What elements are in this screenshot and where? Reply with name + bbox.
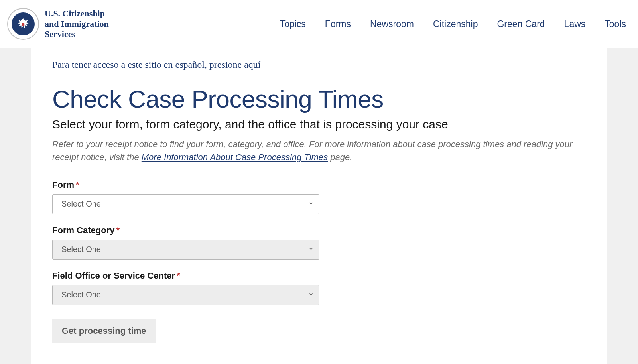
page-subtitle: Select your form, form category, and the… xyxy=(52,117,586,132)
nav-topics[interactable]: Topics xyxy=(280,19,306,30)
form-select[interactable]: Select One xyxy=(52,194,319,214)
nav-citizenship[interactable]: Citizenship xyxy=(433,19,478,30)
nav-forms[interactable]: Forms xyxy=(325,19,351,30)
office-label: Field Office or Service Center* xyxy=(52,271,180,281)
nav-tools[interactable]: Tools xyxy=(605,19,626,30)
site-header: U.S. Citizenship and Immigration Service… xyxy=(0,0,638,48)
form-group-category: Form Category* Select One xyxy=(52,225,586,260)
office-select[interactable]: Select One xyxy=(52,285,319,305)
required-asterisk: * xyxy=(177,271,180,281)
form-group-form: Form* Select One xyxy=(52,180,586,214)
intro-text-post: page. xyxy=(328,152,352,162)
nav-laws[interactable]: Laws xyxy=(564,19,586,30)
more-info-link[interactable]: More Information About Case Processing T… xyxy=(142,152,328,162)
office-label-text: Field Office or Service Center xyxy=(52,271,175,281)
nav-green-card[interactable]: Green Card xyxy=(497,19,545,30)
required-asterisk: * xyxy=(76,180,79,190)
main-content: Para tener acceso a este sitio en españo… xyxy=(31,48,607,364)
svg-rect-0 xyxy=(22,23,24,26)
nav-newsroom[interactable]: Newsroom xyxy=(370,19,414,30)
form-group-office: Field Office or Service Center* Select O… xyxy=(52,271,586,305)
primary-nav: Topics Forms Newsroom Citizenship Green … xyxy=(280,19,626,30)
category-label: Form Category* xyxy=(52,225,120,236)
form-label-text: Form xyxy=(52,180,74,190)
get-processing-time-button[interactable]: Get processing time xyxy=(52,319,156,343)
page-title: Check Case Processing Times xyxy=(52,86,586,112)
dhs-seal-icon xyxy=(7,8,39,40)
processing-time-form: Form* Select One Form Category* Select O… xyxy=(52,180,586,343)
page-intro: Refer to your receipt notice to find you… xyxy=(52,138,586,164)
org-name: U.S. Citizenship and Immigration Service… xyxy=(45,8,109,39)
required-asterisk: * xyxy=(116,225,120,235)
category-select[interactable]: Select One xyxy=(52,240,319,260)
spanish-link[interactable]: Para tener acceso a este sitio en españo… xyxy=(52,59,260,70)
category-label-text: Form Category xyxy=(52,225,114,235)
form-label: Form* xyxy=(52,180,79,190)
eagle-icon xyxy=(15,16,31,32)
logo[interactable]: U.S. Citizenship and Immigration Service… xyxy=(7,8,109,40)
